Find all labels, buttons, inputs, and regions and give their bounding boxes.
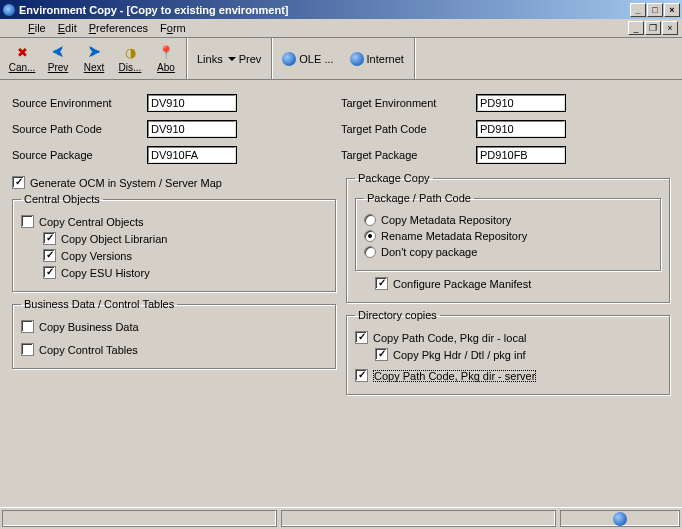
arrow-right-icon: ⮞ <box>86 45 102 61</box>
pin-icon: 📍 <box>158 45 174 61</box>
package-path-legend: Package / Path Code <box>364 192 474 204</box>
mdi-doc-icon[interactable] <box>4 21 18 35</box>
form-content: Source Environment Source Path Code Sour… <box>0 80 682 403</box>
copy-object-librarian-label: Copy Object Librarian <box>61 233 167 245</box>
menu-preferences[interactable]: Preferences <box>83 20 154 36</box>
copy-central-objects-label: Copy Central Objects <box>39 216 144 228</box>
directory-copies-legend: Directory copies <box>355 309 440 321</box>
source-pkg-input[interactable] <box>147 146 237 164</box>
target-path-label: Target Path Code <box>341 123 476 135</box>
globe-icon <box>613 512 627 526</box>
cancel-button[interactable]: ✖ Can... <box>4 40 40 78</box>
copy-central-objects-checkbox[interactable] <box>21 215 34 228</box>
mdi-restore-button[interactable]: ❐ <box>645 21 661 35</box>
copy-control-tables-checkbox[interactable] <box>21 343 34 356</box>
copy-pkg-hdr-checkbox[interactable] <box>375 348 388 361</box>
rename-metadata-label: Rename Metadata Repository <box>381 230 527 242</box>
display-button[interactable]: ◑ Dis... <box>112 40 148 78</box>
links-label: Links <box>197 53 223 65</box>
target-env-label: Target Environment <box>341 97 476 109</box>
app-icon <box>2 3 16 17</box>
menu-file[interactable]: File <box>22 20 52 36</box>
status-bar <box>0 507 682 529</box>
copy-business-data-label: Copy Business Data <box>39 321 139 333</box>
copy-path-local-label: Copy Path Code, Pkg dir - local <box>373 332 526 344</box>
source-pkg-label: Source Package <box>12 149 147 161</box>
generate-ocm-checkbox[interactable] <box>12 176 25 189</box>
copy-pkg-hdr-label: Copy Pkg Hdr / Dtl / pkg inf <box>393 349 526 361</box>
rename-metadata-radio[interactable] <box>364 230 376 242</box>
dont-copy-label: Don't copy package <box>381 246 477 258</box>
close-button[interactable]: × <box>664 3 680 17</box>
copy-versions-label: Copy Versions <box>61 250 132 262</box>
ole-icon <box>282 52 296 66</box>
cancel-icon: ✖ <box>14 45 30 61</box>
generate-ocm-label: Generate OCM in System / Server Map <box>30 177 222 189</box>
ole-label: OLE ... <box>299 53 333 65</box>
menu-edit[interactable]: Edit <box>52 20 83 36</box>
copy-versions-checkbox[interactable] <box>43 249 56 262</box>
menu-bar: File Edit Preferences Form _ ❐ × <box>0 19 682 38</box>
target-pkg-input[interactable] <box>476 146 566 164</box>
maximize-button[interactable]: □ <box>647 3 663 17</box>
copy-control-tables-label: Copy Control Tables <box>39 344 138 356</box>
package-copy-group: Package Copy Package / Path Code Copy Me… <box>346 172 670 303</box>
links-prev-label: Prev <box>239 53 262 65</box>
source-env-input[interactable] <box>147 94 237 112</box>
status-pane-left <box>2 510 277 527</box>
arrow-left-icon: ⮜ <box>50 45 66 61</box>
source-env-label: Source Environment <box>12 97 147 109</box>
target-pkg-label: Target Package <box>341 149 476 161</box>
window-titlebar: Environment Copy - [Copy to existing env… <box>0 0 682 19</box>
links-dropdown[interactable]: Links Prev <box>189 38 269 79</box>
ole-link[interactable]: OLE ... <box>274 38 341 79</box>
business-data-legend: Business Data / Control Tables <box>21 298 177 310</box>
displayed-icon: ◑ <box>122 45 138 61</box>
internet-label: Internet <box>367 53 404 65</box>
copy-metadata-label: Copy Metadata Repository <box>381 214 511 226</box>
copy-business-data-checkbox[interactable] <box>21 320 34 333</box>
copy-esu-history-label: Copy ESU History <box>61 267 150 279</box>
target-env-input[interactable] <box>476 94 566 112</box>
prev-button[interactable]: ⮜ Prev <box>40 40 76 78</box>
configure-manifest-label: Configure Package Manifest <box>393 278 531 290</box>
central-objects-legend: Central Objects <box>21 193 103 205</box>
mdi-minimize-button[interactable]: _ <box>628 21 644 35</box>
package-copy-legend: Package Copy <box>355 172 433 184</box>
next-button[interactable]: ⮞ Next <box>76 40 112 78</box>
window-title: Environment Copy - [Copy to existing env… <box>19 4 629 16</box>
target-path-input[interactable] <box>476 120 566 138</box>
chevron-down-icon <box>228 57 236 61</box>
status-pane-right <box>560 510 680 527</box>
copy-path-local-checkbox[interactable] <box>355 331 368 344</box>
copy-path-server-checkbox[interactable] <box>355 369 368 382</box>
internet-icon <box>350 52 364 66</box>
internet-link[interactable]: Internet <box>342 38 412 79</box>
about-button[interactable]: 📍 Abo <box>148 40 184 78</box>
directory-copies-group: Directory copies Copy Path Code, Pkg dir… <box>346 309 670 395</box>
copy-metadata-radio[interactable] <box>364 214 376 226</box>
central-objects-group: Central Objects Copy Central Objects Cop… <box>12 193 336 292</box>
minimize-button[interactable]: _ <box>630 3 646 17</box>
menu-form[interactable]: Form <box>154 20 192 36</box>
package-path-group: Package / Path Code Copy Metadata Reposi… <box>355 192 661 271</box>
toolbar: ✖ Can... ⮜ Prev ⮞ Next ◑ Dis... 📍 Abo Li… <box>0 38 682 80</box>
copy-object-librarian-checkbox[interactable] <box>43 232 56 245</box>
status-pane-mid <box>281 510 556 527</box>
source-path-input[interactable] <box>147 120 237 138</box>
configure-manifest-checkbox[interactable] <box>375 277 388 290</box>
dont-copy-radio[interactable] <box>364 246 376 258</box>
copy-path-server-label: Copy Path Code, Pkg dir - server <box>373 370 536 382</box>
business-data-group: Business Data / Control Tables Copy Busi… <box>12 298 336 369</box>
mdi-close-button[interactable]: × <box>662 21 678 35</box>
copy-esu-history-checkbox[interactable] <box>43 266 56 279</box>
source-path-label: Source Path Code <box>12 123 147 135</box>
